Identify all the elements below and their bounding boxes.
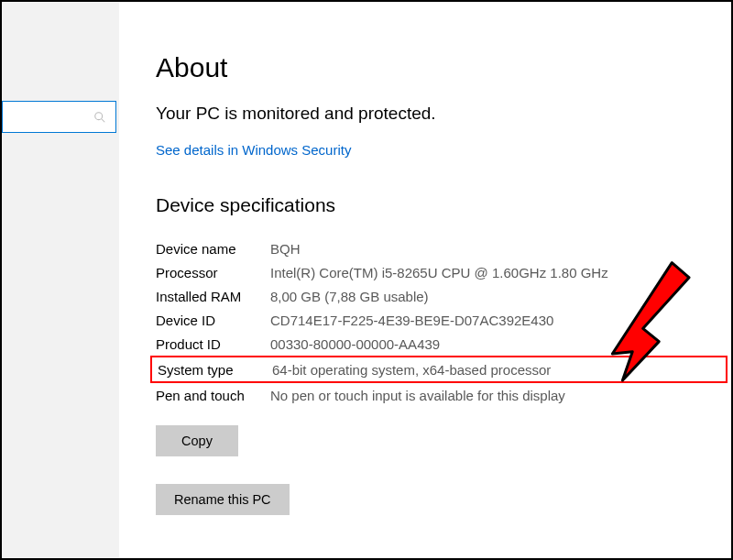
copy-button[interactable]: Copy [156, 425, 238, 456]
device-specs-table: Device name BQH Processor Intel(R) Core(… [156, 236, 731, 407]
svg-point-0 [95, 112, 103, 119]
spec-label: Device name [156, 241, 270, 257]
device-specs-heading: Device specifications [156, 194, 731, 216]
spec-label: Processor [156, 265, 270, 280]
table-row: Pen and touch No pen or touch input is a… [156, 383, 731, 407]
svg-line-1 [102, 118, 105, 122]
spec-label: Device ID [156, 313, 270, 328]
search-icon [93, 111, 106, 124]
spec-value: 64-bit operating system, x64-based proce… [272, 362, 551, 378]
spec-value: 00330-80000-00000-AA439 [270, 336, 440, 352]
sidebar [2, 2, 119, 558]
spec-value: No pen or touch input is available for t… [270, 388, 565, 403]
spec-label: Product ID [156, 336, 270, 352]
table-row: Product ID 00330-80000-00000-AA439 [156, 332, 731, 356]
table-row: Installed RAM 8,00 GB (7,88 GB usable) [156, 284, 731, 308]
spec-label: Pen and touch [156, 388, 270, 403]
spec-value: Intel(R) Core(TM) i5-8265U CPU @ 1.60GHz… [270, 265, 608, 280]
spec-value: BQH [270, 241, 301, 257]
rename-pc-button[interactable]: Rename this PC [156, 484, 290, 515]
security-link[interactable]: See details in Windows Security [156, 142, 351, 158]
table-row-highlighted: System type 64-bit operating system, x64… [150, 356, 728, 383]
table-row: Device ID CD714E17-F225-4E39-BE9E-D07AC3… [156, 308, 731, 332]
spec-label: System type [158, 362, 272, 378]
protection-status: Your PC is monitored and protected. [156, 104, 731, 124]
spec-value: CD714E17-F225-4E39-BE9E-D07AC392E430 [270, 313, 553, 328]
search-input[interactable] [2, 101, 116, 133]
main-content: About Your PC is monitored and protected… [119, 2, 731, 558]
table-row: Device name BQH [156, 236, 731, 260]
spec-value: 8,00 GB (7,88 GB usable) [270, 289, 429, 304]
page-title: About [156, 52, 731, 83]
table-row: Processor Intel(R) Core(TM) i5-8265U CPU… [156, 260, 731, 284]
spec-label: Installed RAM [156, 289, 270, 304]
